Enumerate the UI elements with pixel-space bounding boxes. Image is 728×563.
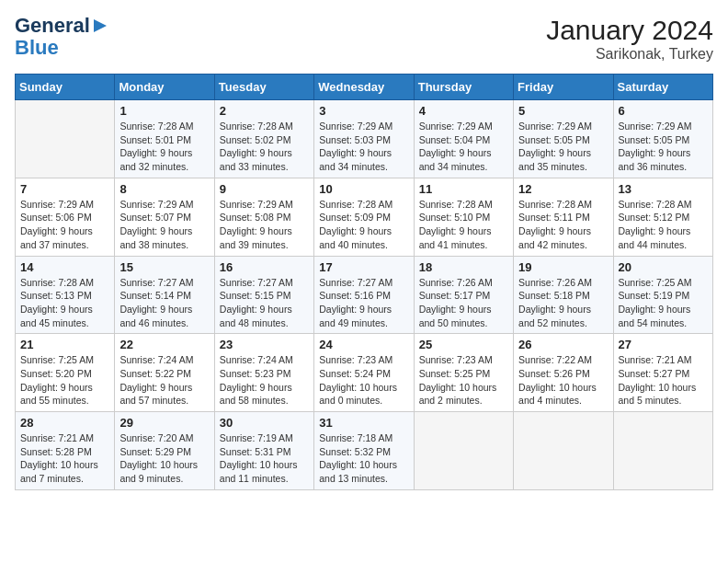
- day-number: 19: [518, 260, 608, 274]
- day-number: 28: [20, 416, 109, 430]
- calendar-cell: 30Sunrise: 7:19 AM Sunset: 5:31 PM Dayli…: [214, 412, 313, 490]
- calendar-cell: 2Sunrise: 7:28 AM Sunset: 5:02 PM Daylig…: [214, 100, 313, 178]
- calendar-cell: 25Sunrise: 7:23 AM Sunset: 5:25 PM Dayli…: [414, 334, 513, 412]
- day-number: 10: [319, 182, 408, 196]
- day-number: 16: [220, 260, 309, 274]
- calendar-body: 1Sunrise: 7:28 AM Sunset: 5:01 PM Daylig…: [16, 100, 713, 490]
- logo-triangle-icon: [92, 17, 108, 34]
- day-number: 21: [20, 338, 109, 351]
- day-number: 17: [319, 260, 408, 274]
- day-info: Sunrise: 7:27 AM Sunset: 5:15 PM Dayligh…: [220, 276, 309, 330]
- day-number: 2: [220, 104, 309, 118]
- calendar-month-year: January 2024: [546, 15, 713, 46]
- day-number: 25: [419, 338, 508, 351]
- week-row: 28Sunrise: 7:21 AM Sunset: 5:28 PM Dayli…: [16, 412, 713, 490]
- day-info: Sunrise: 7:29 AM Sunset: 5:05 PM Dayligh…: [619, 120, 708, 174]
- day-info: Sunrise: 7:29 AM Sunset: 5:06 PM Dayligh…: [20, 198, 109, 252]
- week-row: 1Sunrise: 7:28 AM Sunset: 5:01 PM Daylig…: [16, 100, 713, 178]
- day-info: Sunrise: 7:27 AM Sunset: 5:16 PM Dayligh…: [319, 276, 408, 330]
- day-number: 3: [319, 104, 408, 118]
- calendar-cell: 6Sunrise: 7:29 AM Sunset: 5:05 PM Daylig…: [613, 100, 712, 178]
- calendar-cell: 20Sunrise: 7:25 AM Sunset: 5:19 PM Dayli…: [613, 256, 712, 334]
- day-info: Sunrise: 7:28 AM Sunset: 5:09 PM Dayligh…: [319, 198, 408, 252]
- page-header: General Blue January 2024 Sarikonak, Tur…: [15, 15, 713, 63]
- week-row: 7Sunrise: 7:29 AM Sunset: 5:06 PM Daylig…: [16, 178, 713, 256]
- day-info: Sunrise: 7:28 AM Sunset: 5:01 PM Dayligh…: [119, 120, 209, 174]
- calendar-cell: 23Sunrise: 7:24 AM Sunset: 5:23 PM Dayli…: [214, 334, 313, 412]
- day-info: Sunrise: 7:23 AM Sunset: 5:24 PM Dayligh…: [319, 353, 408, 408]
- day-number: 15: [119, 260, 209, 274]
- day-info: Sunrise: 7:28 AM Sunset: 5:11 PM Dayligh…: [518, 198, 608, 252]
- calendar-cell: 12Sunrise: 7:28 AM Sunset: 5:11 PM Dayli…: [514, 178, 613, 256]
- day-info: Sunrise: 7:28 AM Sunset: 5:02 PM Dayligh…: [220, 120, 309, 174]
- day-info: Sunrise: 7:18 AM Sunset: 5:32 PM Dayligh…: [319, 431, 408, 486]
- calendar-cell: 29Sunrise: 7:20 AM Sunset: 5:29 PM Dayli…: [115, 412, 214, 490]
- day-header-wednesday: Wednesday: [314, 75, 414, 100]
- day-number: 20: [619, 260, 708, 274]
- day-info: Sunrise: 7:29 AM Sunset: 5:05 PM Dayligh…: [518, 120, 608, 174]
- week-row: 14Sunrise: 7:28 AM Sunset: 5:13 PM Dayli…: [16, 256, 713, 334]
- calendar-cell: 18Sunrise: 7:26 AM Sunset: 5:17 PM Dayli…: [414, 256, 513, 334]
- calendar-cell: 19Sunrise: 7:26 AM Sunset: 5:18 PM Dayli…: [514, 256, 613, 334]
- day-info: Sunrise: 7:25 AM Sunset: 5:19 PM Dayligh…: [619, 276, 708, 330]
- calendar-header: SundayMondayTuesdayWednesdayThursdayFrid…: [16, 75, 713, 100]
- day-header-saturday: Saturday: [613, 75, 712, 100]
- calendar-cell: 31Sunrise: 7:18 AM Sunset: 5:32 PM Dayli…: [314, 412, 414, 490]
- day-number: 12: [518, 182, 608, 196]
- day-number: 29: [119, 416, 209, 430]
- calendar-cell: 7Sunrise: 7:29 AM Sunset: 5:06 PM Daylig…: [16, 178, 115, 256]
- calendar-cell: 9Sunrise: 7:29 AM Sunset: 5:08 PM Daylig…: [214, 178, 313, 256]
- day-number: 30: [220, 416, 309, 430]
- calendar-cell: 21Sunrise: 7:25 AM Sunset: 5:20 PM Dayli…: [16, 334, 115, 412]
- calendar-cell: 14Sunrise: 7:28 AM Sunset: 5:13 PM Dayli…: [16, 256, 115, 334]
- calendar-cell: [16, 100, 115, 178]
- week-row: 21Sunrise: 7:25 AM Sunset: 5:20 PM Dayli…: [16, 334, 713, 412]
- calendar-cell: 24Sunrise: 7:23 AM Sunset: 5:24 PM Dayli…: [314, 334, 414, 412]
- day-info: Sunrise: 7:29 AM Sunset: 5:04 PM Dayligh…: [419, 120, 508, 174]
- calendar-location: Sarikonak, Turkey: [546, 46, 713, 63]
- calendar-cell: [514, 412, 613, 490]
- calendar-cell: 8Sunrise: 7:29 AM Sunset: 5:07 PM Daylig…: [115, 178, 214, 256]
- day-info: Sunrise: 7:21 AM Sunset: 5:27 PM Dayligh…: [619, 353, 708, 408]
- day-number: 18: [419, 260, 508, 274]
- day-number: 8: [119, 182, 209, 196]
- days-of-week-row: SundayMondayTuesdayWednesdayThursdayFrid…: [16, 75, 713, 100]
- calendar-cell: 17Sunrise: 7:27 AM Sunset: 5:16 PM Dayli…: [314, 256, 414, 334]
- day-info: Sunrise: 7:22 AM Sunset: 5:26 PM Dayligh…: [518, 353, 608, 408]
- day-number: 24: [319, 338, 408, 351]
- day-info: Sunrise: 7:21 AM Sunset: 5:28 PM Dayligh…: [20, 431, 109, 486]
- day-header-tuesday: Tuesday: [214, 75, 313, 100]
- calendar-cell: 3Sunrise: 7:29 AM Sunset: 5:03 PM Daylig…: [314, 100, 414, 178]
- day-number: 31: [319, 416, 408, 430]
- svg-marker-0: [94, 19, 107, 32]
- day-header-monday: Monday: [115, 75, 214, 100]
- day-info: Sunrise: 7:26 AM Sunset: 5:18 PM Dayligh…: [518, 276, 608, 330]
- calendar-cell: 15Sunrise: 7:27 AM Sunset: 5:14 PM Dayli…: [115, 256, 214, 334]
- calendar-cell: 10Sunrise: 7:28 AM Sunset: 5:09 PM Dayli…: [314, 178, 414, 256]
- day-info: Sunrise: 7:29 AM Sunset: 5:07 PM Dayligh…: [119, 198, 209, 252]
- day-number: 23: [220, 338, 309, 351]
- day-info: Sunrise: 7:25 AM Sunset: 5:20 PM Dayligh…: [20, 353, 109, 408]
- day-info: Sunrise: 7:23 AM Sunset: 5:25 PM Dayligh…: [419, 353, 508, 408]
- day-info: Sunrise: 7:28 AM Sunset: 5:13 PM Dayligh…: [20, 276, 109, 330]
- day-number: 26: [518, 338, 608, 351]
- day-number: 5: [518, 104, 608, 118]
- day-number: 13: [619, 182, 708, 196]
- calendar-cell: 27Sunrise: 7:21 AM Sunset: 5:27 PM Dayli…: [613, 334, 712, 412]
- day-info: Sunrise: 7:24 AM Sunset: 5:22 PM Dayligh…: [119, 353, 209, 408]
- day-info: Sunrise: 7:29 AM Sunset: 5:08 PM Dayligh…: [220, 198, 309, 252]
- calendar-cell: 16Sunrise: 7:27 AM Sunset: 5:15 PM Dayli…: [214, 256, 313, 334]
- calendar-cell: 11Sunrise: 7:28 AM Sunset: 5:10 PM Dayli…: [414, 178, 513, 256]
- day-info: Sunrise: 7:28 AM Sunset: 5:12 PM Dayligh…: [619, 198, 708, 252]
- calendar-cell: [414, 412, 513, 490]
- day-number: 14: [20, 260, 109, 274]
- calendar-title-block: January 2024 Sarikonak, Turkey: [546, 15, 713, 63]
- day-number: 11: [419, 182, 508, 196]
- day-number: 9: [220, 182, 309, 196]
- day-number: 7: [20, 182, 109, 196]
- calendar-cell: 28Sunrise: 7:21 AM Sunset: 5:28 PM Dayli…: [16, 412, 115, 490]
- calendar-cell: 26Sunrise: 7:22 AM Sunset: 5:26 PM Dayli…: [514, 334, 613, 412]
- calendar-cell: 4Sunrise: 7:29 AM Sunset: 5:04 PM Daylig…: [414, 100, 513, 178]
- day-number: 1: [119, 104, 209, 118]
- calendar-cell: 1Sunrise: 7:28 AM Sunset: 5:01 PM Daylig…: [115, 100, 214, 178]
